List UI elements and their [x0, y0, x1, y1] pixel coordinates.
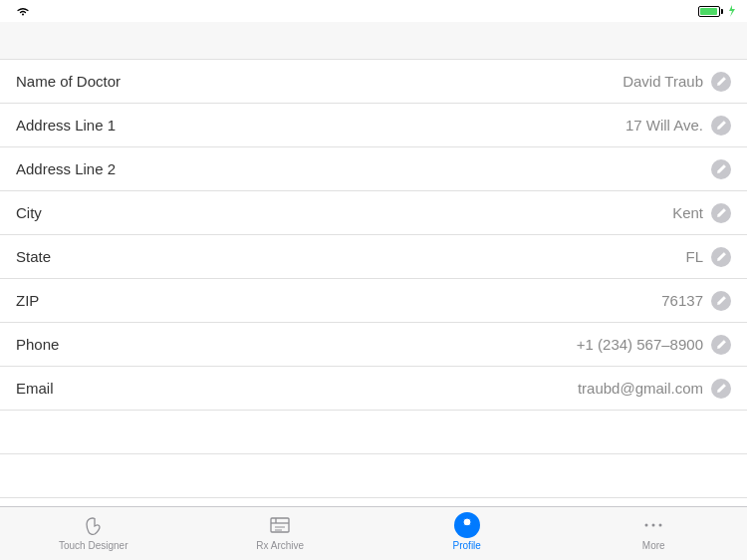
edit-icon[interactable] [711, 203, 731, 223]
svg-point-8 [652, 523, 655, 526]
profile-avatar-icon [454, 512, 480, 538]
tab-item-more[interactable]: More [561, 513, 748, 551]
svg-point-9 [659, 523, 662, 526]
row-value: Kent [672, 204, 703, 221]
battery-icon [698, 6, 723, 17]
row-right: traubd@gmail.com [578, 379, 731, 399]
tab-item-profile[interactable]: Profile [374, 513, 561, 551]
tab-icon-profile [453, 513, 481, 537]
row-label: Phone [16, 336, 59, 353]
row-value: 76137 [661, 292, 703, 309]
tab-icon-more [639, 513, 667, 537]
empty-row-3 [0, 498, 747, 506]
empty-row-1 [0, 411, 747, 454]
tab-icon-touch-designer [80, 513, 108, 537]
tab-item-touch-designer[interactable]: Touch Designer [0, 513, 187, 551]
row-label: Name of Doctor [16, 73, 121, 90]
row-label: Address Line 1 [16, 117, 116, 134]
edit-icon[interactable] [711, 291, 731, 311]
tab-bar: Touch Designer Rx Archive Profile More [0, 506, 747, 560]
row-value: traubd@gmail.com [578, 380, 703, 397]
form-row[interactable]: Phone+1 (234) 567–8900 [0, 323, 747, 367]
tab-label-profile: Profile [453, 540, 481, 551]
row-label: Address Line 2 [16, 160, 116, 177]
edit-icon[interactable] [711, 159, 731, 179]
status-bar [0, 0, 747, 22]
form-row[interactable]: Emailtraubd@gmail.com [0, 367, 747, 411]
row-right: Kent [672, 203, 731, 223]
tab-label-rx-archive: Rx Archive [256, 540, 304, 551]
carrier-label [12, 6, 30, 16]
edit-icon[interactable] [711, 72, 731, 92]
svg-marker-0 [729, 5, 735, 17]
edit-icon[interactable] [711, 247, 731, 267]
tab-item-rx-archive[interactable]: Rx Archive [187, 513, 374, 551]
main-content: Name of DoctorDavid Traub Address Line 1… [0, 60, 747, 506]
row-label: Email [16, 380, 54, 397]
tab-label-touch-designer: Touch Designer [59, 540, 127, 551]
battery-area [694, 5, 735, 17]
svg-point-7 [645, 523, 648, 526]
row-right: FL [685, 247, 731, 267]
empty-rows [0, 411, 747, 506]
row-right: +1 (234) 567–8900 [577, 335, 731, 355]
row-label: City [16, 204, 42, 221]
row-value: 17 Will Ave. [625, 117, 703, 134]
form-row[interactable]: CityKent [0, 191, 747, 235]
charging-icon [727, 5, 735, 17]
svg-point-6 [463, 518, 471, 526]
wifi-icon [16, 6, 30, 16]
edit-icon[interactable] [711, 116, 731, 136]
row-right: 76137 [661, 291, 731, 311]
row-right: 17 Will Ave. [625, 116, 731, 136]
edit-icon[interactable] [711, 379, 731, 399]
navigation-bar [0, 22, 747, 60]
tab-icon-rx-archive [266, 513, 294, 537]
edit-icon[interactable] [711, 335, 731, 355]
empty-row-2 [0, 454, 747, 498]
form-row[interactable]: Address Line 117 Will Ave. [0, 104, 747, 147]
form-list: Name of DoctorDavid Traub Address Line 1… [0, 60, 747, 411]
row-value: +1 (234) 567–8900 [577, 336, 703, 353]
form-row[interactable]: StateFL [0, 235, 747, 279]
row-label: State [16, 248, 51, 265]
row-value: FL [685, 248, 703, 265]
form-row[interactable]: Address Line 2 [0, 147, 747, 191]
form-row[interactable]: ZIP76137 [0, 279, 747, 323]
tab-label-more: More [642, 540, 665, 551]
row-label: ZIP [16, 292, 39, 309]
row-value: David Traub [622, 73, 703, 90]
form-row[interactable]: Name of DoctorDavid Traub [0, 60, 747, 104]
row-right [711, 159, 731, 179]
row-right: David Traub [622, 72, 731, 92]
